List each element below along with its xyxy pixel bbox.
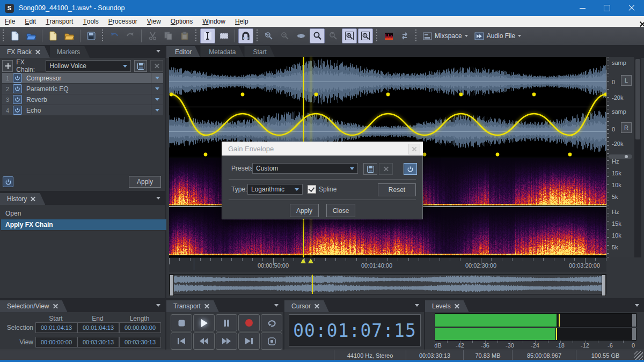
pause-button[interactable] bbox=[216, 314, 237, 331]
record-button[interactable] bbox=[238, 314, 260, 331]
channel-right-button[interactable]: R bbox=[621, 122, 632, 133]
reset-button[interactable]: Reset bbox=[378, 183, 416, 196]
rewind-button[interactable] bbox=[193, 333, 215, 350]
toolbar-grip[interactable] bbox=[2, 29, 5, 42]
toolbar-grip[interactable] bbox=[195, 29, 197, 42]
new-doc-button[interactable] bbox=[46, 28, 61, 43]
dialog-title-bar[interactable]: Gain Envelope bbox=[222, 142, 423, 156]
marquee-selection-button[interactable] bbox=[216, 28, 231, 43]
open-file-button[interactable] bbox=[24, 28, 39, 43]
paste-button[interactable] bbox=[177, 28, 192, 43]
type-select[interactable]: Logarithmic bbox=[247, 184, 303, 195]
menu-tools[interactable]: Tools bbox=[78, 16, 103, 27]
panel-menu-icon[interactable] bbox=[274, 304, 279, 307]
fx-chain-select[interactable]: Hollow Voice bbox=[46, 60, 131, 72]
delete-preset-button[interactable] bbox=[379, 163, 393, 175]
menu-edit[interactable]: Edit bbox=[20, 16, 41, 27]
fx-rack-power-button[interactable] bbox=[3, 176, 13, 187]
fx-row[interactable]: 2 Parametric EQ bbox=[2, 84, 163, 94]
copy-button[interactable] bbox=[161, 28, 176, 43]
panel-menu-icon[interactable] bbox=[635, 304, 639, 307]
overview-waveform[interactable] bbox=[173, 275, 603, 294]
new-file-button[interactable] bbox=[8, 28, 23, 43]
fx-preset-dropdown[interactable] bbox=[151, 73, 163, 83]
convert-sample-type-button[interactable] bbox=[397, 28, 412, 43]
overview-navigator[interactable] bbox=[169, 274, 606, 294]
cut-button[interactable] bbox=[145, 28, 160, 43]
fx-row[interactable]: 4 Echo bbox=[2, 105, 163, 115]
envelope-power-button[interactable] bbox=[404, 163, 417, 175]
panel-menu-icon[interactable] bbox=[415, 304, 419, 307]
go-end-button[interactable] bbox=[238, 333, 260, 350]
presets-select[interactable]: Custom bbox=[252, 163, 358, 174]
panel-menu-icon[interactable] bbox=[156, 197, 160, 200]
save-chain-button[interactable] bbox=[134, 60, 147, 72]
open-doc-button[interactable] bbox=[62, 28, 77, 43]
view-range-handle-right[interactable] bbox=[602, 275, 606, 296]
tab-close-icon[interactable] bbox=[35, 50, 40, 55]
toolbar-grip[interactable] bbox=[101, 29, 104, 42]
maximize-button[interactable] bbox=[595, 0, 619, 16]
zoom-out-button[interactable] bbox=[326, 28, 341, 43]
tab-close-icon[interactable] bbox=[314, 304, 319, 309]
tab-transport[interactable]: Transport bbox=[166, 300, 219, 312]
tab-markers[interactable]: Markers bbox=[50, 46, 90, 58]
menu-view[interactable]: View bbox=[142, 16, 166, 27]
menu-options[interactable]: Options bbox=[166, 16, 197, 27]
tab-history[interactable]: History bbox=[0, 193, 45, 205]
time-selection-button[interactable] bbox=[200, 28, 215, 43]
toolbar-grip[interactable] bbox=[256, 29, 259, 42]
power-icon[interactable] bbox=[13, 84, 22, 93]
channel-left-button[interactable]: L bbox=[621, 75, 632, 86]
fx-preset-dropdown[interactable] bbox=[151, 94, 163, 105]
toolbar-grip[interactable] bbox=[415, 29, 418, 42]
toolbar-grip[interactable] bbox=[376, 29, 378, 42]
panel-menu-icon[interactable] bbox=[156, 50, 160, 53]
fx-preset-dropdown[interactable] bbox=[151, 105, 163, 115]
scrollbar-thumb[interactable] bbox=[635, 59, 640, 139]
history-item[interactable]: Apply FX Chain bbox=[1, 219, 169, 231]
loop-button[interactable] bbox=[261, 314, 282, 331]
play-button[interactable] bbox=[193, 314, 215, 331]
stop-all-button[interactable] bbox=[261, 333, 282, 350]
panel-menu-icon[interactable] bbox=[156, 304, 160, 307]
fx-apply-button[interactable]: Apply bbox=[129, 176, 161, 188]
redo-button[interactable] bbox=[123, 28, 138, 43]
undo-button[interactable] bbox=[107, 28, 122, 43]
fx-preset-dropdown[interactable] bbox=[151, 84, 163, 94]
spectral-view-button[interactable] bbox=[381, 28, 396, 43]
cursor-marker[interactable] bbox=[308, 258, 313, 263]
fast-forward-button[interactable] bbox=[216, 333, 237, 350]
tab-metadata[interactable]: Metadata bbox=[200, 46, 244, 58]
zoom-in-time-button[interactable] bbox=[261, 28, 276, 43]
delete-chain-button[interactable] bbox=[150, 60, 163, 72]
dialog-close-button[interactable] bbox=[408, 144, 420, 154]
power-icon[interactable] bbox=[13, 73, 22, 83]
tab-start[interactable]: Start bbox=[244, 46, 275, 58]
tab-cursor[interactable]: Cursor bbox=[284, 300, 329, 312]
selection-end-field[interactable]: 00:01:04:13 bbox=[77, 322, 119, 333]
spline-checkbox[interactable] bbox=[308, 185, 316, 194]
vertical-scrollbar[interactable] bbox=[634, 57, 641, 257]
save-preset-button[interactable] bbox=[363, 163, 377, 175]
menu-window[interactable]: Window bbox=[197, 16, 230, 27]
apply-button[interactable]: Apply bbox=[290, 204, 319, 217]
resize-grip[interactable] bbox=[634, 351, 643, 360]
close-dialog-button[interactable]: Close bbox=[326, 204, 355, 217]
view-start-field[interactable]: 00:00:00:00 bbox=[35, 337, 77, 348]
power-icon[interactable] bbox=[13, 95, 22, 104]
selection-marker[interactable] bbox=[301, 258, 306, 263]
slider-handle[interactable] bbox=[625, 155, 628, 158]
add-fx-button[interactable] bbox=[2, 60, 13, 72]
go-start-button[interactable] bbox=[171, 333, 192, 350]
menu-file[interactable]: File bbox=[0, 16, 20, 27]
zoom-in-horizontal-button[interactable] bbox=[342, 28, 357, 43]
selection-length-field[interactable]: 00:00:00:00 bbox=[119, 322, 161, 333]
history-item[interactable]: Open bbox=[1, 208, 169, 219]
view-length-field[interactable]: 00:03:30:13 bbox=[119, 337, 161, 348]
tab-close-icon[interactable] bbox=[455, 304, 459, 309]
menu-transport[interactable]: Transport bbox=[41, 16, 78, 27]
selection-start-field[interactable]: 00:01:04:13 bbox=[35, 322, 77, 333]
minimize-button[interactable] bbox=[570, 0, 595, 16]
audio-file-button[interactable]: Audio File bbox=[474, 32, 521, 40]
